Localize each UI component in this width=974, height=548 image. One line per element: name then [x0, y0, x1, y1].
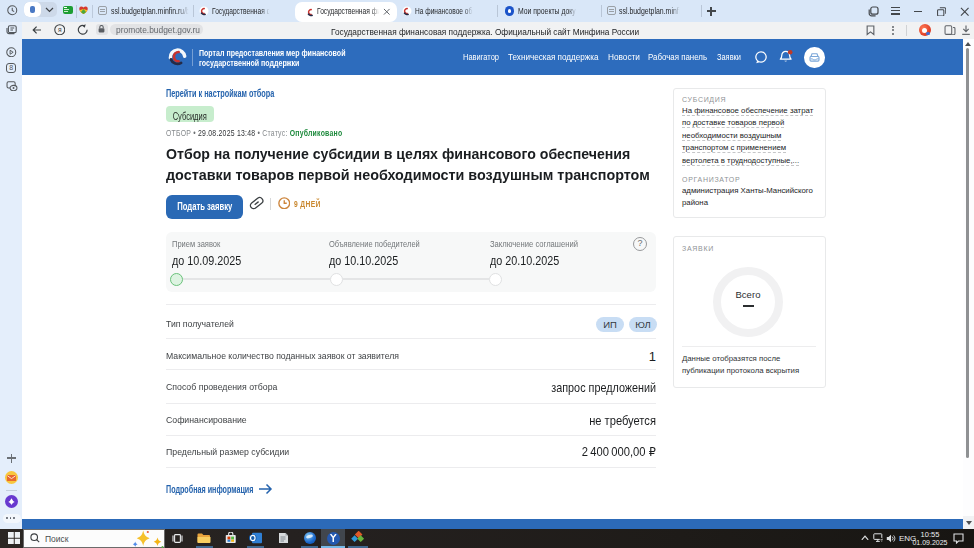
svg-text:я: я	[57, 26, 61, 33]
